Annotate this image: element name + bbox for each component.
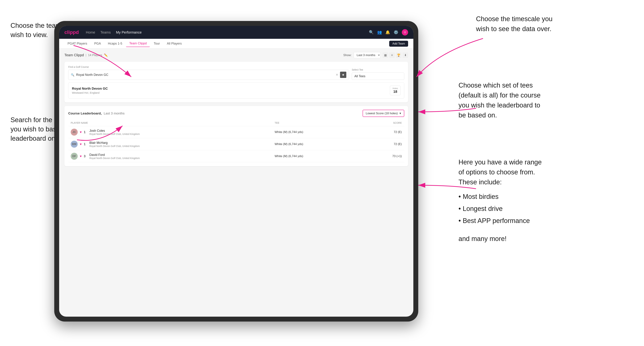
col-score: SCORE [364,120,404,126]
table-body: JC ♥ 1 Josh Coles Royal North Devon Golf… [68,126,404,162]
player-score-2: 72 (E) [364,138,404,150]
nav-link-home[interactable]: Home [86,30,95,34]
course-result-name: Royal North Devon GC [72,87,108,91]
subnav-team-clippd[interactable]: Team Clippd [126,40,150,47]
leaderboard-title-text: Course Leaderboard, [68,112,102,115]
score-type-button[interactable]: Lowest Score (18 holes) ▾ [362,110,404,117]
player-score-1: 72 (E) [364,126,404,138]
heart-icon-3[interactable]: ♥ [80,155,82,158]
subnav-hcaps[interactable]: Hcaps 1-5 [105,40,125,47]
player-tee-2: White (M) (6,744 yds) [272,138,364,150]
player-cell-inner-2: BM ♥ 1 Blair McHarg Royal North Devon Go… [71,141,270,148]
show-label: Show: [343,53,352,57]
heart-icon-2[interactable]: ♥ [80,142,82,146]
player-score-3: 73 (+1) [364,150,404,162]
player-cell-inner-3: DF ♥ 3 David Ford Royal North Devon Golf… [71,153,270,160]
course-result[interactable]: Royal North Devon GC Westward Ho!, Engla… [68,82,404,99]
annotation-line-5: leaderboard on. [10,135,57,142]
leaderboard-table: PLAYER NAME TEE SCORE JC ♥ [68,120,404,162]
course-search-input[interactable] [76,73,334,77]
player-club-1: Royal North Devon Golf Club, United King… [90,133,140,135]
player-cell-3: DF ♥ 3 David Ford Royal North Devon Golf… [68,150,272,162]
rank-3: 3 [84,155,87,158]
tee-select[interactable]: All Tees [352,72,404,80]
team-name: Team Clippd [64,53,84,57]
clear-search-button[interactable]: ✕ [336,73,338,77]
annotation-line-11: be based on. [458,112,497,119]
subnav-pgat[interactable]: PGAT Players [64,40,90,47]
users-icon[interactable]: 👥 [377,30,382,35]
download-icon[interactable]: ⬇ [402,52,408,58]
leaderboard-header: Course Leaderboard, Last 3 months Lowest… [68,110,404,117]
table-row: DF ♥ 3 David Ford Royal North Devon Golf… [68,150,404,162]
nav-logo: clippd [64,29,79,35]
view-icons: ▦ ≡ 🏆 ⬇ [382,52,408,58]
player-name-3: David Ford [90,153,140,157]
annotation-line-8: Choose which set of tees [458,82,533,89]
nav-link-teams[interactable]: Teams [100,30,111,34]
main-content: Team Clippd | 14 Players ✏️ Show: Last 3… [59,49,413,317]
settings-icon[interactable]: ⚙️ [394,30,398,35]
leaderboard-period: Last 3 months [104,112,124,115]
course-result-location: Westward Ho!, England [72,91,108,94]
annotation-line-7: wish to see the data over. [476,25,552,32]
ipad-device: clippd Home Teams My Performance 🔍 👥 🔔 ⚙… [54,21,418,322]
edit-icon[interactable]: ✏️ [104,53,108,57]
annotation-line-6: Choose the timescale you [476,15,552,22]
player-info-3: David Ford Royal North Devon Golf Club, … [90,153,140,160]
col-player-name: PLAYER NAME [68,120,272,126]
player-count-text: 14 Players [88,53,102,57]
nav-right: 🔍 👥 🔔 ⚙️ U [369,29,408,35]
tee-field: Select Tee All Tees [352,68,404,80]
annotation-line-9: (default is all) for the course [458,92,540,99]
search-field: Find a Golf Course 🔍 ✕ ★ [68,65,349,80]
annotation-line-10: you wish the leaderboard to [458,102,540,109]
course-info: Royal North Devon GC Westward Ho!, Engla… [72,87,108,94]
nav-links: Home Teams My Performance [86,30,142,34]
sub-nav: PGAT Players PGA Hcaps 1-5 Team Clippd T… [59,39,413,49]
player-avatar-2: BM [71,141,78,148]
show-dropdown[interactable]: Last 3 months [354,52,380,58]
team-title: Team Clippd | 14 Players ✏️ [64,53,108,57]
annotation-middle-right: Choose which set of tees (default is all… [458,80,634,120]
player-avatar-3: DF [71,153,78,160]
team-header: Team Clippd | 14 Players ✏️ Show: Last 3… [64,52,408,58]
annotation-bottom-right: Here you have a wide range of options to… [458,157,634,244]
find-course-label: Find a Golf Course [68,65,349,68]
subnav-pga[interactable]: PGA [91,40,104,47]
grid-icon[interactable]: ▦ [382,52,388,58]
search-icon[interactable]: 🔍 [369,30,374,35]
subnav-tour[interactable]: Tour [150,40,163,47]
favorite-button[interactable]: ★ [340,72,346,78]
player-tee-3: White (M) (6,744 yds) [272,150,364,162]
option-1: Most birdies [458,191,634,203]
nav-link-myperformance[interactable]: My Performance [116,30,142,34]
bell-icon[interactable]: 🔔 [385,30,390,35]
select-tee-label: Select Tee [352,68,404,71]
col-tee: TEE [272,120,364,126]
chevron-down-icon: ▾ [400,112,401,115]
player-club-3: Royal North Devon Golf Club, United King… [90,157,140,160]
annotation-footer: and many more! [458,234,634,244]
top-nav: clippd Home Teams My Performance 🔍 👥 🔔 ⚙… [59,26,413,39]
annotation-line-14: These include: [458,178,502,186]
heart-icon-1[interactable]: ♥ [80,130,82,134]
list-icon[interactable]: ≡ [389,52,395,58]
player-club-2: Royal North Devon Golf Club, United King… [90,145,140,148]
avatar[interactable]: U [402,29,408,35]
trophy-icon[interactable]: 🏆 [396,52,402,58]
annotation-top-right: Choose the timescale you wish to see the… [476,14,634,34]
ipad-screen: clippd Home Teams My Performance 🔍 👥 🔔 ⚙… [59,26,413,317]
search-field-icon: 🔍 [71,73,74,77]
player-info-2: Blair McHarg Royal North Devon Golf Club… [90,141,140,148]
subnav-all-players[interactable]: All Players [164,40,185,47]
annotation-line-13: of options to choose from. [458,169,535,176]
table-head: PLAYER NAME TEE SCORE [68,120,404,126]
table-row: JC ♥ 1 Josh Coles Royal North Devon Golf… [68,126,404,138]
add-team-button[interactable]: Add Team [389,41,408,47]
rank-1: 1 [84,130,87,134]
holes-badge: Holes 18 [390,86,400,95]
rank-2: 1 [84,142,87,146]
course-search-card: Find a Golf Course 🔍 ✕ ★ Select Tee [64,62,408,102]
player-cell-2: BM ♥ 1 Blair McHarg Royal North Devon Go… [68,138,272,150]
